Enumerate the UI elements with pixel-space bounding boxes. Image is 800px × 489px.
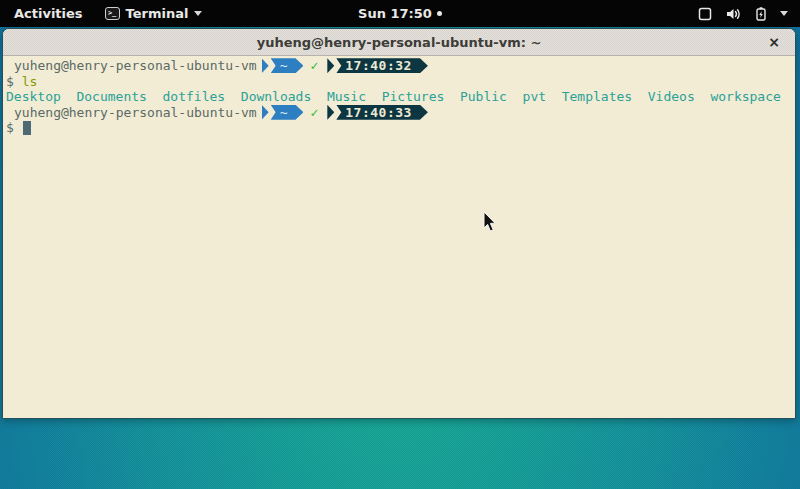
command-line: $ ls (6, 74, 795, 90)
gnome-top-bar: Activities >_ Terminal Sun 17:50 (0, 0, 800, 27)
terminal-app-icon: >_ (105, 7, 120, 20)
prompt-user-host: yuheng@henry-personal-ubuntu-vm (14, 105, 257, 121)
notification-dot (437, 11, 442, 16)
volume-icon (725, 6, 742, 22)
system-status-area[interactable] (685, 0, 800, 27)
display-icon (697, 6, 713, 22)
terminal-cursor (23, 121, 31, 135)
status-check-icon: ✓ (310, 58, 318, 74)
typed-command: ls (22, 74, 38, 89)
powerline-arrow-icon (262, 105, 269, 120)
activities-button[interactable]: Activities (0, 0, 97, 27)
powerline-arrow-icon (262, 58, 269, 73)
prompt-time-segment: 17:40:33 (336, 105, 428, 120)
screen: Activities >_ Terminal Sun 17:50 (0, 0, 800, 489)
prompt-time-segment: 17:40:32 (336, 58, 428, 73)
chevron-down-icon (780, 11, 788, 16)
terminal-content[interactable]: yuheng@henry-personal-ubuntu-vm ~ ✓ 17:4… (3, 56, 795, 419)
prompt-path-segment: ~ (271, 58, 304, 73)
clock-button[interactable]: Sun 17:50 (358, 6, 442, 21)
terminal-window: yuheng@henry-personal-ubuntu-vm: ~ × yuh… (2, 28, 796, 419)
window-title: yuheng@henry-personal-ubuntu-vm: ~ (257, 35, 542, 50)
status-check-icon: ✓ (310, 105, 318, 121)
ls-output-line: Desktop Documents dotfiles Downloads Mus… (6, 89, 795, 105)
app-menu-terminal[interactable]: >_ Terminal (97, 0, 211, 27)
battery-charging-icon (754, 6, 768, 22)
prompt-user-host: yuheng@henry-personal-ubuntu-vm (14, 58, 257, 74)
chevron-down-icon (194, 11, 202, 16)
clock-label: Sun 17:50 (358, 6, 432, 21)
prompt-line: yuheng@henry-personal-ubuntu-vm ~ ✓ 17:4… (6, 58, 795, 74)
powerline-arrow-icon (327, 105, 334, 120)
window-titlebar[interactable]: yuheng@henry-personal-ubuntu-vm: ~ × (3, 29, 795, 56)
app-menu-label: Terminal (126, 6, 189, 21)
powerline-arrow-icon (327, 58, 334, 73)
prompt-path-segment: ~ (271, 105, 304, 120)
close-icon[interactable]: × (765, 33, 783, 51)
shell-prompt-symbol: $ (6, 74, 14, 89)
prompt-line: yuheng@henry-personal-ubuntu-vm ~ ✓ 17:4… (6, 105, 795, 121)
shell-prompt-symbol: $ (6, 120, 14, 135)
current-command-line: $ (6, 120, 795, 136)
